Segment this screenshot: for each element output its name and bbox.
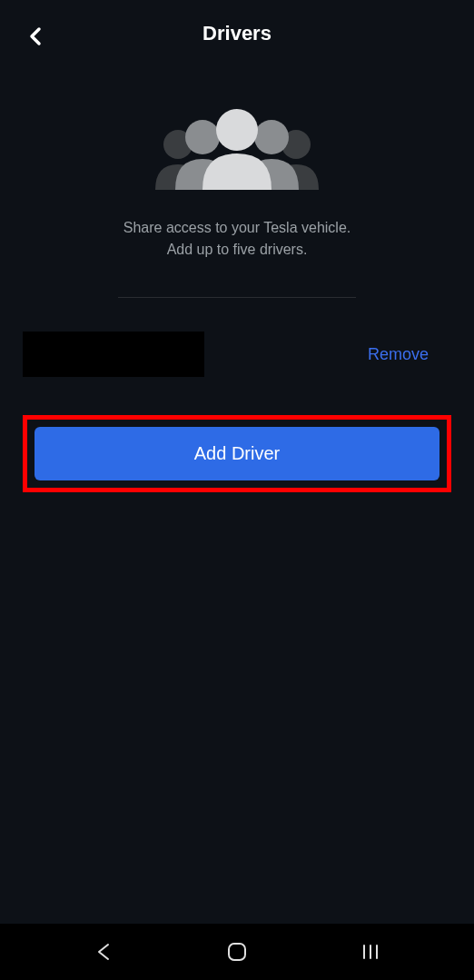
nav-home-button[interactable] [223,938,251,965]
svg-rect-5 [229,944,245,960]
description-line-1: Share access to your Tesla vehicle. [0,217,474,239]
nav-back-icon [94,942,114,962]
add-driver-highlight: Add Driver [23,415,451,492]
header: Drivers [0,0,474,67]
description-line-2: Add up to five drivers. [0,239,474,261]
driver-list-item: Remove [0,321,474,388]
remove-driver-link[interactable]: Remove [368,345,429,364]
svg-point-4 [216,109,258,151]
add-driver-button[interactable]: Add Driver [35,427,439,480]
nav-back-button[interactable] [90,938,117,965]
android-nav-bar [0,924,474,980]
chevron-left-icon [27,25,44,47]
drivers-illustration [0,108,474,194]
page-title: Drivers [18,22,456,45]
divider [118,297,356,298]
svg-point-2 [185,120,220,154]
nav-recents-icon [360,943,380,961]
nav-recents-button[interactable] [357,938,384,965]
driver-name-redacted [23,332,204,377]
back-button[interactable] [27,25,44,51]
svg-point-3 [254,120,289,154]
people-group-icon [146,108,328,194]
nav-home-icon [226,941,248,963]
description-text: Share access to your Tesla vehicle. Add … [0,217,474,261]
